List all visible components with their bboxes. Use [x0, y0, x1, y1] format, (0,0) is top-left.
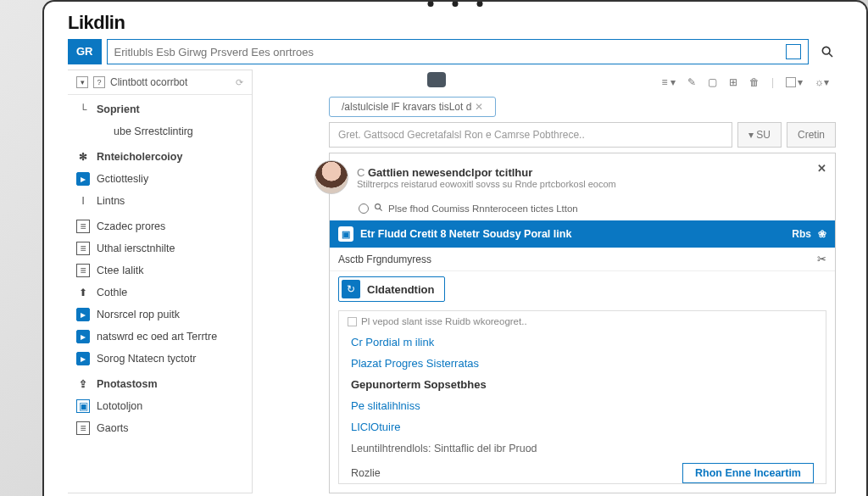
sidebar-item[interactable]: ▣Lototoljon — [68, 395, 252, 417]
svg-point-0 — [822, 47, 830, 54]
pin-icon — [427, 72, 446, 87]
suggestion-item[interactable]: Pe slitalihlniss — [339, 395, 826, 416]
sidebar-item[interactable]: ▸Sorog Ntatecn tyctotr — [68, 348, 252, 370]
toolbar-more-icon[interactable]: ≡ ▾ — [662, 76, 676, 88]
sidebar-item[interactable]: ube Srrestclintirg — [68, 120, 252, 142]
toolbar-format-icon[interactable]: ⊞ — [729, 76, 737, 88]
active-tab[interactable]: ↻ Cldatendtion — [338, 276, 445, 302]
sidebar-item[interactable]: ≡Ctee Ialitk — [68, 259, 252, 281]
suggestion-item[interactable]: Plazat Progres Sisterratas — [339, 353, 826, 374]
main-panel: ≡ ▾ ✎ ▢ ⊞ 🗑 | ▾ ☼▾ /alstulcisle lF krava… — [253, 70, 866, 493]
section-action[interactable]: Rbs — [792, 228, 811, 240]
suggestion-item[interactable]: Gepunorterm Sopsetbhes — [339, 374, 826, 395]
sidebar-item[interactable]: lLintns — [68, 190, 252, 212]
compose-input[interactable]: Gret. Gattsocd Gecretafalsl Ron e Camrse… — [329, 122, 732, 148]
toolbar-sun-icon[interactable]: ☼▾ — [815, 76, 829, 88]
svg-line-1 — [829, 53, 832, 57]
suggestions-title: Pl vepod slant isse Ruidb wkoreogret.. — [339, 311, 826, 332]
suggestions-desc: Leuntilhtrendlols: Sinttaflic del ibr Pr… — [339, 437, 826, 458]
primary-action-button[interactable]: Rhon Enne Inceartim — [682, 463, 814, 483]
result-card: C Gattlien newesendclpor tcitlhur Stiltr… — [329, 153, 836, 493]
sidebar-item[interactable]: ≡Uthal iersctnhilte — [68, 237, 252, 259]
search-input[interactable] — [114, 46, 782, 59]
sidebar-item[interactable]: ≡Czadec prores — [68, 215, 252, 237]
section-link-icon[interactable]: ❀ — [818, 228, 826, 240]
sidebar-item[interactable]: ▸natswrd ec oed art Terrtre — [68, 326, 252, 348]
toolbar: ≡ ▾ ✎ ▢ ⊞ 🗑 | ▾ ☼▾ — [253, 70, 836, 95]
search-icon[interactable] — [814, 39, 841, 64]
sidebar-item[interactable]: └Soprient — [68, 98, 252, 120]
sidebar: ▾ ? Clintbott ocorrbot ⟳ └Soprientube Sr… — [68, 70, 253, 493]
suggestion-item[interactable]: Cr Pordial m ilink — [339, 332, 826, 353]
tab-icon: ↻ — [342, 280, 360, 298]
section-header[interactable]: ▣ Etr Fludd Cretit 8 Netetr Soudsy Poral… — [330, 220, 835, 248]
svg-point-2 — [376, 204, 381, 209]
settings-icon[interactable]: ✂ — [817, 253, 826, 265]
sidebar-title: ▾ ? Clintbott ocorrbot ⟳ — [68, 70, 252, 95]
avatar — [314, 160, 348, 194]
cretin-button[interactable]: Cretin — [787, 122, 836, 148]
su-button[interactable]: ▾ SU — [737, 122, 782, 148]
breadcrumb-chip[interactable]: /alstulcisle lF kravars tisLot d✕ — [329, 97, 496, 117]
person-name[interactable]: C Gattlien newesendclpor tcitlhur — [357, 166, 616, 179]
footer-left[interactable]: Rozlie — [351, 467, 381, 479]
meta-row: Plse fhod Coumiss Rnnteroceen tictes Ltt… — [330, 199, 835, 220]
sidebar-item[interactable]: ⬆Cothle — [68, 281, 252, 304]
person-subtitle: Stiltrerpcs reistarud eowoxitl sovss su … — [357, 179, 616, 189]
radio-icon — [359, 203, 369, 214]
search-prefix-badge[interactable]: GR — [68, 39, 102, 64]
section-badge-icon: ▣ — [338, 226, 353, 242]
sidebar-item[interactable]: ▸Gctiottesliy — [68, 168, 252, 190]
suggestion-item[interactable]: LIClOtuire — [339, 416, 826, 437]
svg-line-3 — [380, 209, 382, 211]
toolbar-delete-icon[interactable]: 🗑 — [749, 76, 760, 88]
toolbar-card-icon[interactable]: ▾ — [786, 76, 803, 88]
app-logo: Likdlin — [68, 12, 866, 34]
sidebar-item[interactable]: ▸Norsrcel rop puitk — [68, 304, 252, 326]
close-icon[interactable]: ✕ — [817, 162, 826, 175]
sidebar-item[interactable]: ✻Rnteicholercoioy — [68, 146, 252, 168]
sidebar-item[interactable]: ≡Gaorts — [68, 417, 252, 439]
toolbar-open-icon[interactable]: ▢ — [708, 76, 717, 88]
search-filter-icon[interactable] — [786, 44, 801, 59]
search-small-icon — [374, 203, 383, 214]
search-input-container[interactable] — [107, 39, 810, 64]
toolbar-edit-icon[interactable]: ✎ — [687, 76, 696, 88]
sub-header: Asctb Frgndumyress ✂ — [330, 248, 835, 271]
suggestions-box: Pl vepod slant isse Ruidb wkoreogret.. C… — [338, 310, 826, 484]
sidebar-item[interactable]: ⇪Pnotastosm — [68, 373, 252, 395]
